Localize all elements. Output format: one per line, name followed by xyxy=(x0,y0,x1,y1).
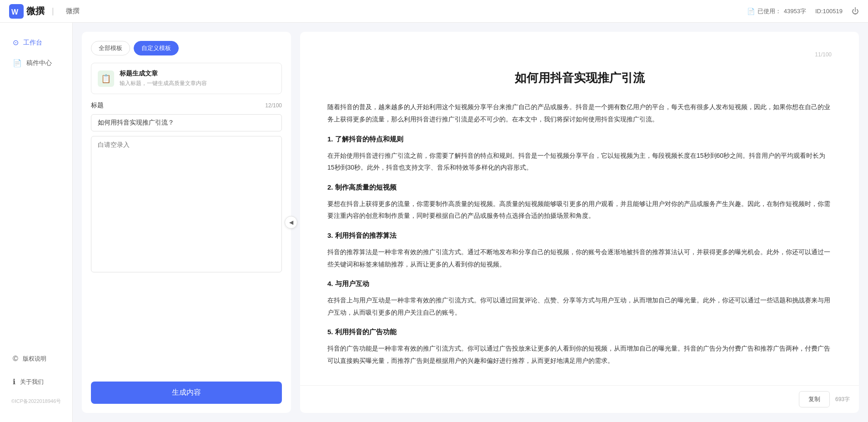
drafts-icon: 📄 xyxy=(13,59,22,67)
doc-title: 如何用抖音实现推广引流 xyxy=(327,67,832,89)
about-icon: ℹ xyxy=(13,377,15,386)
doc-section-4: 要想在抖音上获得更多的流量，你需要制作高质量的短视频。高质量的短视频能够吸引更多… xyxy=(327,198,832,222)
main-layout: ⊙ 工作台 📄 稿件中心 © 版权说明 ℹ 关于我们 ©ICP备20220189… xyxy=(0,23,868,422)
template-card[interactable]: 📋 标题生成文章 输入标题，一键生成高质量文章内容 xyxy=(91,63,282,94)
sidebar: ⊙ 工作台 📄 稿件中心 © 版权说明 ℹ 关于我们 ©ICP备20220189… xyxy=(0,23,73,422)
template-card-icon: 📋 xyxy=(98,70,114,87)
doc-heading-2: 2. 制作高质量的短视频 xyxy=(327,181,832,193)
usage-label: 已使用： xyxy=(758,7,781,15)
doc-section-0: 随着抖音的普及，越来越多的人开始利用这个短视频分享平台来推广自己的产品或服务。抖… xyxy=(327,101,832,125)
doc-heading-4: 4. 与用户互动 xyxy=(327,277,832,290)
icp-text: ©ICP备2022018946号 xyxy=(0,394,72,408)
content-textarea[interactable] xyxy=(91,136,282,272)
logo: W 微撰 xyxy=(9,4,45,19)
copyright-icon: © xyxy=(13,355,18,363)
doc-content[interactable]: 11/100 如何用抖音实现推广引流 随着抖音的普及，越来越多的人开始利用这个短… xyxy=(300,32,859,385)
doc-section-10: 抖音的广告功能是一种非常有效的推广引流方式。你可以通过广告投放来让更多的人看到你… xyxy=(327,342,832,367)
usage-info: 📄 已使用： 43953字 xyxy=(747,7,806,15)
tab-custom-templates[interactable]: 自定义模板 xyxy=(134,41,179,55)
sidebar-item-drafts[interactable]: 📄 稿件中心 xyxy=(4,53,69,73)
template-tabs: 全部模板 自定义模板 xyxy=(91,41,282,55)
sidebar-item-copyright[interactable]: © 版权说明 xyxy=(4,349,69,368)
doc-heading-1: 1. 了解抖音的特点和规则 xyxy=(327,133,832,145)
doc-section-2: 在开始使用抖音进行推广引流之前，你需要了解抖音的特点和规则。抖音是一个短视频分享… xyxy=(327,150,832,174)
sidebar-item-workspace-label: 工作台 xyxy=(23,39,42,47)
copy-button[interactable]: 复制 xyxy=(799,391,830,407)
template-card-info: 标题生成文章 输入标题，一键生成高质量文章内容 xyxy=(120,70,207,87)
doc-heading-3: 3. 利用抖音的推荐算法 xyxy=(327,229,832,241)
topbar: W 微撰 | 微撰 📄 已使用： 43953字 ID:100519 ⏻ xyxy=(0,0,868,23)
sidebar-item-drafts-label: 稿件中心 xyxy=(26,59,52,67)
form-section: 标题 12/100 xyxy=(91,101,282,272)
template-card-title: 标题生成文章 xyxy=(120,70,207,78)
topbar-title: 微撰 xyxy=(66,7,80,15)
doc-section-8: 在抖音上与用户互动是一种非常有效的推广引流方式。你可以通过回复评论、点赞、分享等… xyxy=(327,294,832,318)
char-count: 12/100 xyxy=(265,102,282,109)
usage-count: 43953字 xyxy=(784,7,806,15)
content-area: 全部模板 自定义模板 📋 标题生成文章 输入标题，一键生成高质量文章内容 标题 … xyxy=(73,23,868,422)
sidebar-item-workspace[interactable]: ⊙ 工作台 xyxy=(4,33,69,52)
sidebar-item-about[interactable]: ℹ 关于我们 xyxy=(4,372,69,392)
document-icon: 📄 xyxy=(747,8,755,15)
chevron-left-icon: ◀ xyxy=(289,219,293,226)
doc-page-count: 11/100 xyxy=(327,50,832,60)
doc-section-6: 抖音的推荐算法是一种非常有效的推广引流方式。通过不断地发布和分享自己的短视频，你… xyxy=(327,246,832,270)
topbar-right: 📄 已使用： 43953字 ID:100519 ⏻ xyxy=(747,7,859,15)
left-panel: 全部模板 自定义模板 📋 标题生成文章 输入标题，一键生成高质量文章内容 标题 … xyxy=(82,32,291,413)
workspace-icon: ⊙ xyxy=(13,38,19,47)
sidebar-item-copyright-label: 版权说明 xyxy=(23,355,46,363)
svg-text:W: W xyxy=(11,8,19,16)
collapse-arrow[interactable]: ◀ xyxy=(285,216,297,229)
sidebar-top: ⊙ 工作台 📄 稿件中心 xyxy=(0,32,72,74)
form-label: 标题 xyxy=(91,101,104,110)
doc-heading-5: 5. 利用抖音的广告功能 xyxy=(327,326,832,338)
title-input[interactable] xyxy=(91,114,282,131)
doc-footer: 复制 693字 xyxy=(300,385,859,413)
topbar-left: W 微撰 | 微撰 xyxy=(9,4,80,19)
user-id: ID:100519 xyxy=(815,8,843,15)
form-label-row: 标题 12/100 xyxy=(91,101,282,110)
tab-all-templates[interactable]: 全部模板 xyxy=(91,41,130,55)
word-count: 693字 xyxy=(835,396,850,403)
right-panel: 11/100 如何用抖音实现推广引流 随着抖音的普及，越来越多的人开始利用这个短… xyxy=(300,32,859,413)
logo-text: 微撰 xyxy=(26,5,45,17)
sidebar-item-about-label: 关于我们 xyxy=(20,378,44,386)
logo-icon: W xyxy=(9,4,24,19)
template-card-desc: 输入标题，一键生成高质量文章内容 xyxy=(120,80,207,87)
sidebar-bottom: © 版权说明 ℹ 关于我们 ©ICP备2022018946号 xyxy=(0,348,72,413)
generate-button[interactable]: 生成内容 xyxy=(91,382,282,404)
power-icon[interactable]: ⏻ xyxy=(852,7,859,15)
